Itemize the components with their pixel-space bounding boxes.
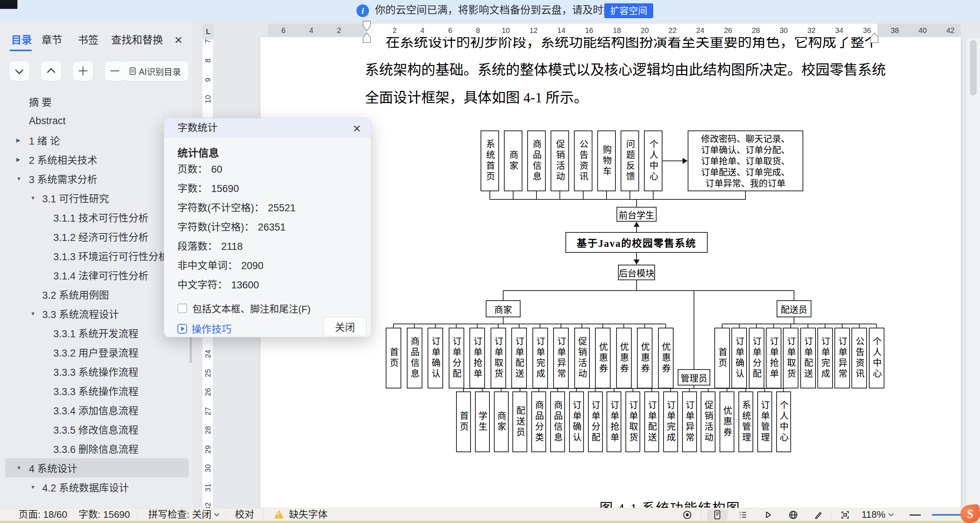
checkbox-icon[interactable] [178, 304, 187, 313]
diagram-box-label: 订单异常 [683, 400, 696, 443]
toc-item-15[interactable]: 3.3.3 系统操作流程 [5, 381, 189, 400]
triangle-down-icon[interactable]: ▼ [30, 195, 35, 201]
page-view-button[interactable] [707, 509, 728, 520]
dialog-close-icon[interactable]: ✕ [353, 123, 361, 135]
ruler-number: 25 [204, 367, 212, 378]
diagram-box-label: 促销活动 [575, 336, 589, 379]
close-icon[interactable]: ✕ [174, 34, 183, 46]
toc-item-label: 4 系统设计 [29, 461, 78, 475]
toc-item-label: 3.1.1 技术可行性分析 [53, 210, 149, 225]
ruler-number: 2 [388, 24, 401, 37]
tab-bookmarks[interactable]: 书签 [78, 32, 99, 49]
toc-item-13[interactable]: 3.3.2 用户登录流程 [5, 343, 189, 362]
triangle-right-icon[interactable]: ▶ [16, 156, 21, 163]
ink-pen-button[interactable] [813, 509, 824, 520]
triangle-down-icon[interactable]: ▼ [16, 176, 21, 182]
toc-item-18[interactable]: 3.3.6 删除信息流程 [5, 439, 189, 458]
dialog-title: 字数统计 [178, 118, 218, 137]
diagram-box-label: 配送员 [781, 303, 807, 316]
tab-stop-selector[interactable]: L [202, 24, 214, 39]
toc-item-0[interactable]: 摘 要 [5, 92, 189, 111]
expand-all-button[interactable] [41, 62, 61, 81]
toc-item-3[interactable]: ▶2 系统相关技术 [5, 150, 189, 169]
toc-item-17[interactable]: 3.3.5 修改信息流程 [5, 419, 189, 439]
diagram-box: 订单完成 [533, 328, 548, 389]
toc-item-4[interactable]: ▼3 系统需求分析 [5, 169, 189, 188]
zoom-slider-fill [932, 514, 963, 516]
toc-item-label: 3 系统需求分析 [29, 172, 97, 186]
read-mode-button[interactable] [762, 509, 774, 520]
toc-item-6[interactable]: 3.1.1 技术可行性分析 [5, 207, 189, 227]
word-count-indicator[interactable]: 字数: 15690 [78, 508, 130, 521]
toc-item-12[interactable]: 3.3.1 系统开发流程 [5, 323, 189, 343]
include-textbox-checkbox[interactable]: 包括文本框、脚注和尾注(F) [178, 301, 310, 315]
toc-item-2[interactable]: ▶1 绪 论 [5, 131, 189, 150]
dialog-titlebar[interactable]: 字数统计 ✕ [164, 118, 371, 137]
page-indicator[interactable]: 页面: 18/60 [19, 508, 67, 521]
zoom-in-toc-button[interactable]: ＋ [73, 62, 93, 81]
diagram-box-label: 订单抢单 [471, 336, 484, 379]
toc-item-11[interactable]: ▼3.3 系统流程设计 [5, 304, 189, 323]
diagram-box-label: 订单配送 [802, 336, 815, 379]
diagram-box-label: 购物车 [600, 145, 613, 177]
tab-find-replace[interactable]: 查找和替换 [111, 32, 163, 49]
diagram-box: 订单抢单 [766, 328, 781, 389]
missing-font-button[interactable]: 缺失字体 [289, 508, 328, 521]
stat-label: 非中文单词： [178, 260, 237, 271]
spellcheck-indicator[interactable]: 拼写检查: 关闭 [148, 508, 219, 521]
triangle-down-icon[interactable]: ▼ [16, 465, 21, 471]
diagram-box-label: 商品信息 [408, 336, 421, 379]
diagram-box-label: 前台学生 [619, 208, 654, 221]
diagram-box-label: 订单分配 [750, 336, 763, 379]
diagram-box-label: 订单异常 [836, 336, 849, 379]
ai-recognize-toc-button[interactable]: AI识别目录 [122, 62, 188, 81]
ruler-number: 6 [444, 24, 457, 37]
diagram-box-label: 促销活动 [554, 139, 566, 182]
zoom-out-toc-button[interactable]: － [105, 62, 125, 81]
zoom-level[interactable]: 118% [861, 508, 893, 521]
hanging-indent-marker[interactable] [363, 33, 371, 43]
zoom-out-button[interactable]: — [910, 508, 921, 521]
horizontal-ruler[interactable]: 6422468101214161820222426283032343638404… [268, 24, 961, 37]
triangle-down-icon[interactable]: ▼ [30, 311, 35, 317]
tab-chapters[interactable]: 章节 [41, 32, 62, 49]
toc-item-14[interactable]: 3.3.3 系统操作流程 [5, 362, 189, 381]
diagram-box-label: 订单抢单 [608, 400, 620, 443]
tips-link[interactable]: 操作技巧 [178, 321, 232, 336]
toc-item-9[interactable]: 3.1.4 法律可行性分析 [5, 265, 189, 285]
toc-item-19[interactable]: ▼4 系统设计 [5, 458, 189, 477]
outline-view-button[interactable] [737, 509, 748, 520]
triangle-down-icon[interactable]: ▼ [30, 484, 35, 490]
web-layout-button[interactable] [788, 509, 799, 520]
divider [69, 510, 69, 519]
diagram-box-label: 优惠券 [597, 342, 609, 375]
close-button[interactable]: 关闭 [323, 317, 366, 336]
document-scrollbar[interactable] [967, 38, 980, 508]
scrollbar-thumb[interactable] [970, 40, 977, 96]
fit-screen-button[interactable] [840, 509, 851, 520]
toc-item-1[interactable]: Abstract [5, 111, 189, 131]
ruler-number: 42 [944, 24, 957, 37]
triangle-right-icon[interactable]: ▶ [16, 137, 21, 143]
collapse-all-button[interactable] [9, 62, 29, 81]
tab-contents[interactable]: 目录 [11, 32, 32, 49]
diagram-box-label: 优惠券 [721, 406, 733, 438]
diagram-box: 订单配送 [800, 328, 816, 389]
toc-item-20[interactable]: ▼4.2 系统数据库设计 [5, 477, 189, 497]
toc-item-16[interactable]: 3.3.4 添加信息流程 [5, 400, 189, 419]
ruler-number: 40 [916, 24, 929, 37]
toc-item-8[interactable]: 3.1.3 环境运行可行性分析 [5, 246, 189, 265]
system-structure-diagram[interactable]: 系统首页商家商品信息促销活动公告资讯购物车问题反馈个人中心修改密码、聊天记录、订… [382, 126, 912, 497]
toc-item-7[interactable]: 3.1.2 经济可行性分析 [5, 227, 189, 246]
eye-protection-icon[interactable] [682, 509, 693, 520]
right-indent-marker[interactable] [870, 33, 878, 43]
diagram-box: 商家 [486, 300, 520, 317]
diagram-box-label: 优惠券 [638, 342, 651, 375]
first-line-indent-marker[interactable] [363, 21, 371, 31]
expand-storage-button[interactable]: 扩容空间 [604, 3, 653, 18]
toc-item-10[interactable]: 3.2 系统用例图 [5, 285, 189, 304]
ruler-number: 26 [722, 24, 734, 37]
stat-label: 页数： [178, 164, 207, 175]
toc-item-5[interactable]: ▼3.1 可行性研究 [5, 188, 189, 207]
proofread-button[interactable]: 校对 [235, 508, 254, 521]
